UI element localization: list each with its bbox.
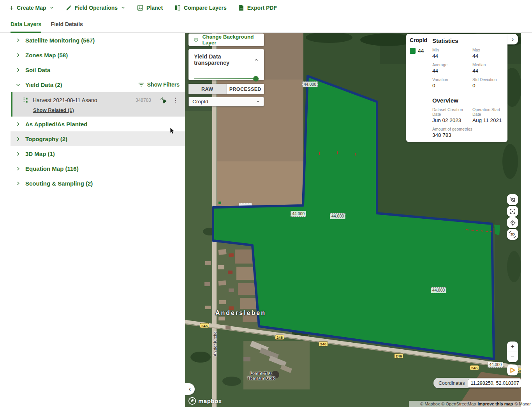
section-label: Soil Data bbox=[25, 67, 50, 73]
attribution-mapbox[interactable]: © Mapbox bbox=[420, 402, 440, 406]
3d-view-button[interactable]: 3D bbox=[507, 229, 518, 240]
chevron-down-icon[interactable] bbox=[49, 5, 54, 10]
attribution-maxar[interactable]: © Maxar bbox=[514, 402, 531, 406]
coordinates-widget: Coordinates bbox=[433, 378, 521, 388]
chevron-right-icon bbox=[16, 136, 21, 142]
chevron-down-icon bbox=[256, 99, 260, 104]
chevron-left-icon: ‹ bbox=[189, 386, 191, 393]
yield-value-label: 44.000 bbox=[302, 81, 318, 87]
overview-title: Overview bbox=[432, 97, 503, 104]
more-options-icon[interactable]: ⋮ bbox=[171, 97, 180, 104]
yield-value-label: 44.000 bbox=[291, 211, 306, 217]
yield-dataset-item-selected[interactable]: Harvest 2021-08-11 Asano 348783 ⋮ Show R… bbox=[11, 92, 185, 117]
filter-icon bbox=[138, 82, 144, 87]
legend-color-swatch bbox=[410, 48, 416, 54]
zoom-in-button[interactable]: + bbox=[507, 342, 518, 352]
map-canvas[interactable]: 44.000 44.000 44.000 44.000 44.000 246 2… bbox=[185, 33, 521, 407]
attribute-dropdown[interactable]: CropId bbox=[188, 97, 264, 106]
section-label: 3D Map (1) bbox=[25, 150, 55, 157]
dataset-tree-icon bbox=[23, 97, 30, 103]
export-pdf-button[interactable]: Export PDF bbox=[238, 5, 277, 11]
sidebar-item-zones-map[interactable]: Zones Map (58) bbox=[11, 48, 185, 62]
change-background-layer-label: Change Background Layer bbox=[203, 34, 260, 46]
clean-broom-icon[interactable] bbox=[160, 97, 167, 104]
sidebar-item-yield-data[interactable]: Yield Data (2) Show Filters bbox=[11, 77, 185, 92]
sidebar-item-scouting-sampling[interactable]: Scouting & Sampling (2) bbox=[11, 176, 185, 191]
stat-average: Average44 bbox=[432, 62, 472, 74]
basemap-provider-button[interactable] bbox=[507, 365, 518, 375]
sidebar-item-topography[interactable]: Topography (2) bbox=[11, 131, 185, 146]
transparency-slider[interactable] bbox=[194, 76, 259, 81]
show-filters-button[interactable]: Show Filters bbox=[138, 81, 180, 88]
pdf-icon bbox=[238, 5, 244, 11]
fit-field-button[interactable] bbox=[507, 206, 518, 217]
stats-layer-name: CropId bbox=[410, 37, 427, 43]
street-label: An der Kirche bbox=[213, 331, 217, 356]
compare-layers-label: Compare Layers bbox=[184, 5, 227, 11]
transparency-panel: Yield Data transparency bbox=[188, 49, 264, 80]
stat-std-deviation: Std Deviation0 bbox=[472, 77, 503, 88]
fit-bounds-icon bbox=[509, 208, 516, 214]
chevron-right-icon bbox=[16, 122, 21, 127]
sidebar-item-equation-map[interactable]: Equation Map (116) bbox=[11, 161, 185, 176]
hide-labels-button[interactable] bbox=[507, 194, 518, 205]
processed-tab[interactable]: PROCESSED bbox=[226, 84, 264, 94]
section-label: Zones Map (58) bbox=[25, 52, 68, 58]
zoom-control: + − bbox=[507, 342, 518, 362]
planet-label: Planet bbox=[146, 5, 163, 11]
label-off-icon bbox=[509, 196, 516, 203]
improve-this-map-link[interactable]: Improve this map bbox=[477, 402, 513, 406]
yield-value-label: 44.000 bbox=[488, 362, 503, 368]
overview-dataset-creation: Dataset Creation DateJun 02 2023 bbox=[432, 107, 472, 123]
stats-collapse-button[interactable]: › bbox=[507, 34, 518, 44]
mapbox-wordmark: mapbox bbox=[198, 398, 222, 404]
provider-logo-icon bbox=[509, 367, 516, 373]
legend-value: 44 bbox=[418, 48, 424, 54]
toolbar: + Create Map Field Operations Planet Com… bbox=[9, 0, 277, 16]
mapbox-icon bbox=[188, 397, 196, 405]
change-background-layer-button[interactable]: Change Background Layer bbox=[188, 34, 264, 46]
raw-tab[interactable]: RAW bbox=[188, 84, 226, 94]
section-label: As Applied/As Planted bbox=[25, 121, 87, 127]
planet-button[interactable]: Planet bbox=[137, 5, 163, 11]
tab-field-details[interactable]: Field Details bbox=[51, 16, 83, 33]
right-panel-strip bbox=[521, 33, 532, 407]
farm-label: Lemhoff u. Tiemann GbR bbox=[247, 371, 275, 381]
planet-image-icon bbox=[137, 5, 143, 11]
sidebar: Satellite Monitoring (567) Zones Map (58… bbox=[0, 33, 185, 407]
chevron-down-icon bbox=[16, 82, 21, 87]
dataset-count: 348783 bbox=[136, 97, 151, 103]
tab-data-layers[interactable]: Data Layers bbox=[11, 16, 41, 33]
chevron-right-icon bbox=[16, 53, 21, 58]
mapbox-logo[interactable]: mapbox bbox=[188, 397, 222, 405]
sidebar-item-as-applied[interactable]: As Applied/As Planted bbox=[11, 117, 185, 131]
sidebar-item-satellite-monitoring[interactable]: Satellite Monitoring (567) bbox=[11, 33, 185, 48]
attribution-osm[interactable]: © OpenStreetMap bbox=[441, 402, 476, 406]
section-label: Scouting & Sampling (2) bbox=[25, 180, 93, 187]
yield-value-label: 44.000 bbox=[431, 287, 446, 293]
create-map-button[interactable]: + Create Map bbox=[9, 4, 54, 12]
chevron-up-icon[interactable] bbox=[254, 57, 259, 62]
compare-layers-button[interactable]: Compare Layers bbox=[174, 5, 227, 11]
plus-icon: + bbox=[9, 4, 14, 12]
chevron-down-icon[interactable] bbox=[121, 5, 125, 10]
compare-icon bbox=[174, 5, 181, 11]
coordinates-input[interactable] bbox=[468, 379, 521, 388]
section-label: Yield Data (2) bbox=[25, 81, 62, 88]
slider-thumb[interactable] bbox=[253, 76, 259, 81]
locate-button[interactable] bbox=[507, 217, 518, 228]
sidebar-item-3d-map[interactable]: 3D Map (1) bbox=[11, 146, 185, 161]
pencil-icon bbox=[66, 5, 72, 11]
tab-bar: Data Layers Field Details bbox=[11, 16, 83, 33]
sidebar-item-soil-data[interactable]: Soil Data bbox=[11, 62, 185, 77]
zoom-out-button[interactable]: − bbox=[507, 352, 518, 362]
map-attribution: © Mapbox © OpenStreetMap Improve this ma… bbox=[409, 401, 532, 407]
create-map-label: Create Map bbox=[17, 5, 46, 11]
field-operations-button[interactable]: Field Operations bbox=[66, 5, 125, 11]
section-label: Topography (2) bbox=[25, 136, 67, 142]
chevron-right-icon bbox=[16, 151, 21, 156]
chevron-right-icon bbox=[16, 166, 21, 171]
chevron-right-icon bbox=[16, 181, 21, 186]
show-related-link[interactable]: Show Related (1) bbox=[33, 107, 74, 113]
chevron-right-icon: › bbox=[512, 36, 514, 43]
